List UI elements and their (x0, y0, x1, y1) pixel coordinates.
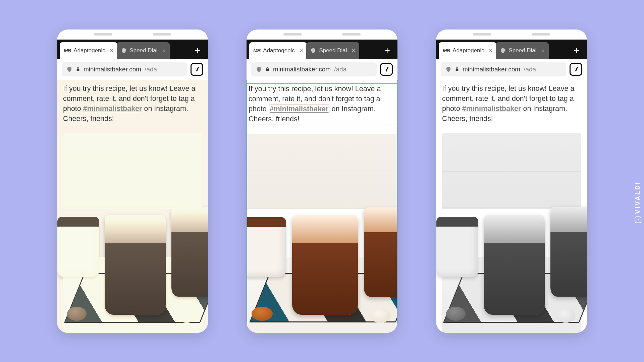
lock-icon (455, 67, 459, 72)
vivaldi-watermark: VIVALDI (635, 181, 642, 223)
recipe-image (442, 133, 581, 333)
tab-label: Speed Dial (319, 47, 347, 54)
page-content: If you try this recipe, let us know! Lea… (436, 80, 587, 333)
page-content: If you try this recipe, let us know! Lea… (247, 80, 397, 333)
phone-statusbar (57, 29, 208, 40)
close-icon[interactable]: × (539, 48, 545, 54)
vivaldi-menu-button[interactable] (380, 63, 393, 76)
watermark-text: VIVALDI (635, 181, 642, 214)
vivaldi-menu-button[interactable] (570, 63, 582, 76)
tab-label: Adaptogenic (73, 47, 105, 54)
hashtag-link[interactable]: #minimalistbaker (269, 105, 330, 113)
recipe-paragraph: If you try this recipe, let us know! Lea… (442, 83, 581, 124)
url-path: /ada (334, 66, 346, 73)
close-icon[interactable]: × (487, 48, 493, 54)
tab-speeddial[interactable]: Speed Dial × (117, 42, 170, 59)
address-bar: minimalistbaker.com/ada (247, 59, 397, 80)
tab-active[interactable]: MB Adaptogenic × (439, 42, 496, 59)
vivaldi-shield-icon (310, 47, 316, 54)
browser-tabstrip: MB Adaptogenic × Speed Dial × + (57, 40, 208, 59)
vivaldi-shield-icon (500, 47, 506, 54)
url-input[interactable]: minimalistbaker.com/ada (441, 62, 566, 76)
url-domain: minimalistbaker.com (273, 66, 331, 73)
vivaldi-logo-icon (572, 66, 580, 73)
phone-mockup-grayscale: MB Adaptogenic × Speed Dial × + minimali… (436, 29, 587, 333)
new-tab-button[interactable]: + (190, 46, 205, 56)
vivaldi-logo-icon (383, 66, 390, 73)
shield-icon (66, 66, 72, 73)
hashtag-link[interactable]: #minimalistbaker (462, 105, 521, 113)
hashtag-link[interactable]: #minimalistbaker (83, 105, 142, 113)
shield-icon (445, 66, 451, 73)
recipe-paragraph: If you try this recipe, let us know! Lea… (247, 83, 397, 124)
speaker-pill (532, 33, 550, 36)
vivaldi-logo-icon (193, 66, 201, 73)
close-icon[interactable]: × (108, 48, 114, 54)
tab-label: Speed Dial (129, 47, 157, 54)
page-content: If you try this recipe, let us know! Lea… (57, 80, 208, 333)
url-domain: minimalistbaker.com (463, 66, 520, 73)
tab-speeddial[interactable]: Speed Dial × (306, 42, 359, 59)
phone-statusbar (247, 29, 397, 40)
new-tab-button[interactable]: + (569, 46, 584, 56)
address-bar: minimalistbaker.com/ada (436, 59, 587, 80)
recipe-paragraph: If you try this recipe, let us know! Lea… (63, 83, 202, 124)
tab-label: Adaptogenic (452, 47, 484, 54)
tab-speeddial[interactable]: Speed Dial × (496, 42, 549, 59)
phone-statusbar (436, 29, 587, 40)
browser-tabstrip: MB Adaptogenic × Speed Dial × + (247, 40, 397, 59)
browser-tabstrip: MB Adaptogenic × Speed Dial × + (436, 40, 587, 59)
new-tab-button[interactable]: + (379, 46, 395, 56)
address-bar: minimalistbaker.com/ada (57, 59, 208, 80)
site-favicon: MB (253, 48, 260, 53)
recipe-image (63, 133, 202, 333)
url-path: /ada (524, 66, 536, 73)
vivaldi-menu-button[interactable] (191, 63, 203, 76)
speaker-pill (342, 33, 361, 36)
url-path: /ada (145, 66, 157, 73)
shield-icon (256, 66, 262, 73)
speaker-pill (153, 33, 171, 36)
site-favicon: MB (443, 48, 450, 53)
tab-label: Speed Dial (508, 47, 536, 54)
site-favicon: MB (64, 48, 71, 53)
speaker-pill (473, 33, 491, 36)
phone-mockup-debug: MB Adaptogenic × Speed Dial × + minimali… (247, 29, 397, 333)
close-icon[interactable]: × (160, 48, 166, 54)
url-input[interactable]: minimalistbaker.com/ada (251, 62, 377, 76)
phone-mockup-sepia: MB Adaptogenic × Speed Dial × + minimali… (57, 29, 208, 333)
url-input[interactable]: minimalistbaker.com/ada (62, 62, 187, 76)
vivaldi-watermark-icon (635, 217, 641, 223)
lock-icon (265, 67, 270, 72)
url-domain: minimalistbaker.com (84, 66, 141, 73)
speaker-pill (94, 33, 112, 36)
speaker-pill (283, 33, 302, 36)
tab-label: Adaptogenic (263, 47, 295, 54)
vivaldi-shield-icon (121, 47, 127, 54)
lock-icon (76, 67, 80, 72)
recipe-image (247, 134, 397, 333)
close-icon[interactable]: × (350, 48, 356, 54)
tab-active[interactable]: MB Adaptogenic × (249, 42, 307, 59)
close-icon[interactable]: × (298, 48, 303, 54)
tab-active[interactable]: MB Adaptogenic × (60, 42, 117, 59)
